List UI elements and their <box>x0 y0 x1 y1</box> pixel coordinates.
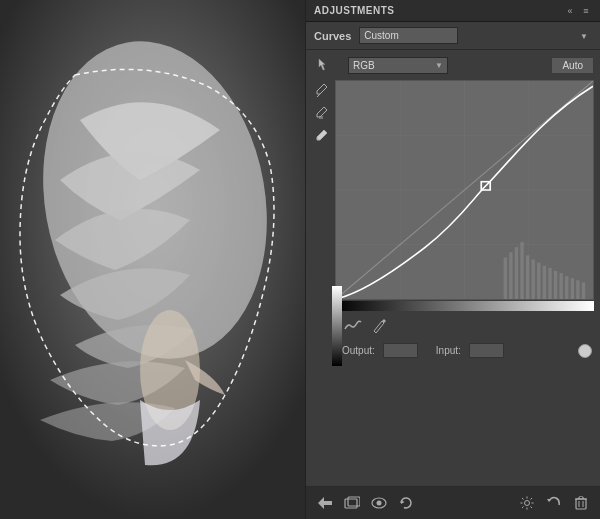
svg-rect-25 <box>571 278 574 299</box>
curves-graph-svg <box>336 81 593 299</box>
wave-icon <box>344 319 362 333</box>
eye-icon <box>371 497 387 509</box>
settings-icon[interactable] <box>516 492 538 514</box>
clip-icon <box>344 496 360 510</box>
curves-label: Curves <box>314 30 351 42</box>
svg-rect-13 <box>504 257 507 299</box>
svg-rect-16 <box>520 242 523 299</box>
output-label: Output: <box>342 345 375 356</box>
clipping-indicator <box>578 344 592 358</box>
curves-graph-wrapper <box>335 80 594 311</box>
panel-title: ADJUSTMENTS <box>314 5 395 16</box>
svg-marker-34 <box>401 500 405 504</box>
panel-titlebar: ADJUSTMENTS « ≡ <box>306 0 600 22</box>
svg-rect-22 <box>554 271 557 299</box>
left-gradient-bar <box>332 286 342 366</box>
svg-rect-17 <box>526 255 529 299</box>
visibility-icon[interactable] <box>368 492 390 514</box>
svg-rect-18 <box>532 260 535 299</box>
channel-select[interactable]: RGB Red Green Blue <box>348 57 448 74</box>
svg-rect-27 <box>582 282 585 299</box>
menu-icon[interactable]: ≡ <box>580 5 592 17</box>
panel-controls: « ≡ <box>564 5 592 17</box>
svg-rect-37 <box>576 499 586 509</box>
back-icon <box>318 497 332 509</box>
back-arrow-icon[interactable] <box>314 492 336 514</box>
wave-pencil-row <box>306 313 600 339</box>
svg-marker-36 <box>547 499 551 502</box>
wave-tool[interactable] <box>342 315 364 337</box>
collapse-icon[interactable]: « <box>564 5 576 17</box>
output-input-row: Output: Input: <box>306 339 600 362</box>
svg-rect-31 <box>348 497 360 506</box>
output-input[interactable] <box>383 343 418 358</box>
left-tools <box>312 80 332 311</box>
input-label: Input: <box>436 345 461 356</box>
auto-button[interactable]: Auto <box>551 57 594 74</box>
svg-rect-19 <box>537 263 540 299</box>
input-input[interactable] <box>469 343 504 358</box>
spacer <box>306 362 600 486</box>
svg-rect-21 <box>548 268 551 299</box>
svg-marker-29 <box>318 497 332 509</box>
svg-rect-26 <box>576 280 579 299</box>
eyedropper-gray-icon <box>315 106 329 120</box>
svg-rect-24 <box>565 276 568 299</box>
eyedropper-gray-tool[interactable] <box>312 103 332 123</box>
pointer-icon <box>315 57 331 73</box>
svg-rect-20 <box>543 266 546 299</box>
channel-select-wrapper: RGB Red Green Blue <box>348 57 448 74</box>
eyedropper-black-icon <box>315 83 329 97</box>
bottom-icons-left <box>314 492 417 514</box>
svg-rect-15 <box>515 247 518 299</box>
delete-icon[interactable] <box>570 492 592 514</box>
toolbar-channel-row: RGB Red Green Blue Auto <box>306 50 600 80</box>
svg-rect-30 <box>345 499 357 508</box>
trash-icon <box>575 496 587 510</box>
preset-select[interactable]: Custom Default Strong Contrast Linear Co… <box>359 27 458 44</box>
pencil-draw-icon <box>372 319 386 333</box>
refresh-icon[interactable] <box>395 492 417 514</box>
bottom-icons-right <box>516 492 592 514</box>
svg-point-33 <box>377 501 382 506</box>
undo-icon <box>547 496 561 510</box>
bottom-gradient-bar <box>335 301 594 311</box>
pencil-tool[interactable] <box>368 315 390 337</box>
main-container: .sel-line { fill: none; stroke: white; s… <box>0 0 600 519</box>
selection-svg: .sel-line { fill: none; stroke: white; s… <box>15 55 295 455</box>
pointer-tool[interactable] <box>312 54 334 76</box>
eyedropper-black-tool[interactable] <box>312 80 332 100</box>
eyedropper-white-tool[interactable] <box>312 126 332 146</box>
curves-header: Curves Custom Default Strong Contrast Li… <box>306 22 600 50</box>
curves-graph[interactable] <box>335 80 594 300</box>
preset-select-wrapper: Custom Default Strong Contrast Linear Co… <box>359 27 592 44</box>
svg-rect-23 <box>559 273 562 299</box>
adjustments-panel: ADJUSTMENTS « ≡ Curves Custom Default St… <box>305 0 600 519</box>
undo-icon[interactable] <box>543 492 565 514</box>
bottom-icon-bar <box>306 486 600 519</box>
svg-point-35 <box>525 501 530 506</box>
gear-icon <box>520 496 534 510</box>
eyedropper-white-icon <box>315 129 329 143</box>
graph-area <box>312 80 594 311</box>
svg-rect-14 <box>509 252 512 299</box>
clip-to-layer-icon[interactable] <box>341 492 363 514</box>
reset-icon <box>399 496 413 510</box>
svg-rect-4 <box>319 116 323 119</box>
